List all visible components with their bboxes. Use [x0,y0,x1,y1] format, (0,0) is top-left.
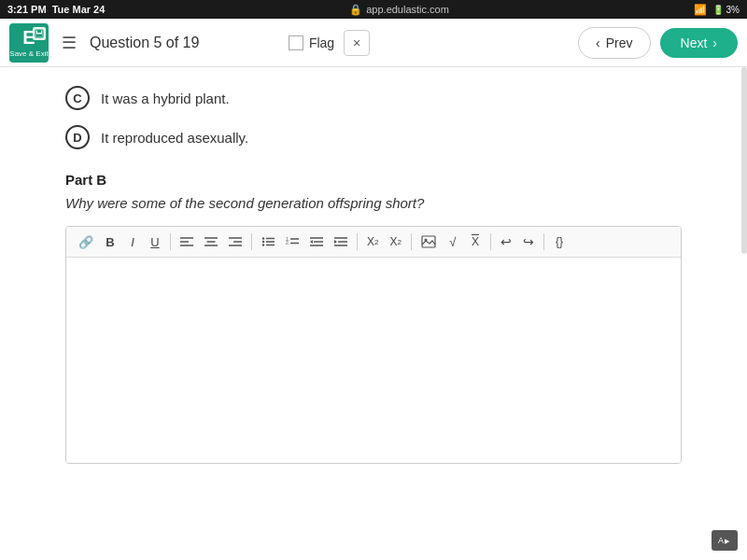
part-b-question: Why were some of the second generation o… [65,195,682,211]
toolbar-undo-button[interactable]: ↩ [496,231,516,253]
accessibility-icon[interactable]: A ▶ [712,530,738,551]
flag-checkbox[interactable] [289,35,303,50]
toolbar-separator-3 [357,233,358,250]
toolbar-subscript-button[interactable]: X2 [362,231,383,253]
toolbar-indent-increase-button[interactable] [330,231,352,253]
nav-bar: E Save & Exit ☰ Question 5 of 19 Flag × … [0,19,747,67]
editor-body[interactable] [66,258,681,463]
chevron-left-icon: ‹ [596,35,600,50]
next-button[interactable]: Next › [660,28,738,58]
main-content: C It was a hybrid plant. D It reproduced… [0,67,747,560]
close-button[interactable]: × [344,30,370,56]
prev-label: Prev [606,35,633,50]
toolbar-special-char-button[interactable]: X [465,231,486,253]
battery-icon: 🔋 3% [712,5,740,15]
hamburger-icon: ☰ [62,34,77,52]
toolbar-ordered-list-button[interactable]: 1.2. [281,231,303,253]
option-text-d: It reproduced asexually. [101,130,248,146]
save-icon [33,27,46,40]
text-editor: 🔗 B I U 1.2. [65,226,682,464]
svg-text:2.: 2. [286,240,289,245]
toolbar-image-button[interactable] [416,231,441,253]
toolbar-unordered-list-button[interactable] [257,231,279,253]
status-time: 3:21 PM Tue Mar 24 [7,4,105,15]
toolbar-separator-4 [411,233,412,250]
toolbar-separator-6 [543,233,544,250]
toolbar-align-left-button[interactable] [176,231,198,253]
status-url: 🔒app.edulastic.com [105,4,693,16]
svg-marker-25 [310,240,313,244]
toolbar-underline-button[interactable]: U [145,231,165,253]
svg-marker-29 [334,240,337,244]
question-label: Question 5 of 19 [90,35,279,51]
toolbar-separator-2 [251,233,252,250]
logo-save-exit-button[interactable]: E Save & Exit [9,23,49,63]
toolbar-math-button[interactable]: √ [443,231,463,253]
toolbar-separator-5 [490,233,491,250]
toolbar-indent-decrease-button[interactable] [305,231,328,253]
close-icon: × [353,35,360,50]
part-b-label: Part B [65,172,682,188]
answer-option-c[interactable]: C It was a hybrid plant. [65,86,682,110]
chevron-right-icon: › [712,35,717,50]
flag-area: Flag [289,35,334,50]
toolbar-link-button[interactable]: 🔗 [74,231,98,253]
svg-point-14 [262,241,264,243]
option-circle-c: C [65,86,90,110]
answer-option-d[interactable]: D It reproduced asexually. [65,125,682,149]
toolbar-align-right-button[interactable] [224,231,247,253]
flag-label: Flag [309,35,334,50]
toolbar-bold-button[interactable]: B [100,231,120,253]
scrollbar[interactable] [741,67,747,254]
wifi-icon: 📶 [694,4,707,16]
toolbar-superscript-button[interactable]: X2 [385,231,405,253]
toolbar-separator-1 [170,233,171,250]
option-circle-d: D [65,125,90,149]
toolbar-redo-button[interactable]: ↪ [518,231,539,253]
hamburger-menu-button[interactable]: ☰ [58,29,80,57]
status-bar: 3:21 PM Tue Mar 24 🔒app.edulastic.com 📶 … [0,0,747,19]
next-label: Next [681,35,708,50]
option-text-c: It was a hybrid plant. [101,91,230,106]
prev-button[interactable]: ‹ Prev [578,27,650,59]
editor-toolbar: 🔗 B I U 1.2. [66,227,681,258]
save-exit-label: Save & Exit [9,49,48,58]
toolbar-italic-button[interactable]: I [122,231,143,253]
svg-point-12 [262,237,264,239]
svg-text:A: A [718,536,724,545]
status-indicators: 📶 🔋 3% [694,4,740,16]
toolbar-code-button[interactable]: {} [549,231,570,253]
svg-point-16 [262,244,264,245]
svg-rect-1 [37,30,41,33]
toolbar-align-center-button[interactable] [200,231,222,253]
svg-rect-2 [36,34,42,36]
